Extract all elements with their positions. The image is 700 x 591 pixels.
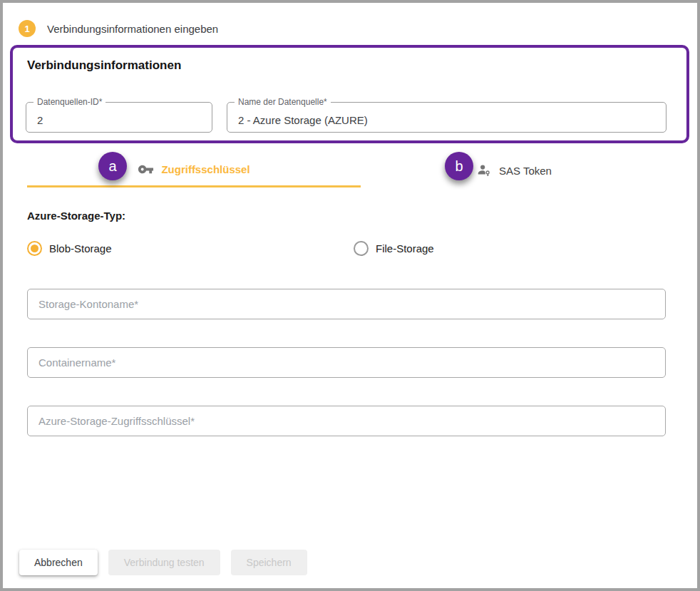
datasource-id-field: Datenquellen-ID* <box>26 102 212 133</box>
save-button[interactable]: Speichern <box>231 550 307 575</box>
radio-file-storage[interactable]: File-Storage <box>354 241 434 256</box>
datasource-name-label: Name der Datenquelle* <box>235 97 331 108</box>
connection-info-box: Verbindungsinformationen Datenquellen-ID… <box>10 45 689 143</box>
radio-file-storage-control[interactable] <box>354 241 369 256</box>
annotation-b-badge: b <box>445 152 473 180</box>
access-key-input[interactable] <box>27 406 666 436</box>
tab-sas-token-label: SAS Token <box>499 165 552 177</box>
step-indicator: 1 Verbindungsinformationen eingeben <box>19 20 218 37</box>
key-icon <box>138 161 154 178</box>
radio-selected-dot <box>31 245 38 252</box>
datasource-name-field: Name der Datenquelle* <box>227 102 666 133</box>
datasource-id-label: Datenquellen-ID* <box>34 97 105 108</box>
tab-zugriffsschluessel-label: Zugriffsschlüssel <box>161 163 249 175</box>
connection-info-title: Verbindungsinformationen <box>27 58 181 73</box>
storage-account-input[interactable] <box>27 289 666 319</box>
radio-blob-storage-control[interactable] <box>27 241 42 256</box>
person-key-icon <box>476 163 492 178</box>
dialog-frame: 1 Verbindungsinformationen eingeben Verb… <box>0 0 700 591</box>
test-connection-button[interactable]: Verbindung testen <box>108 550 220 575</box>
annotation-a-badge: a <box>98 152 127 180</box>
radio-file-storage-label: File-Storage <box>376 242 434 255</box>
tab-zugriffsschluessel[interactable]: Zugriffsschlüssel <box>27 153 361 187</box>
radio-blob-storage-label: Blob-Storage <box>49 242 112 255</box>
radio-blob-storage[interactable]: Blob-Storage <box>27 241 112 256</box>
step-label: Verbindungsinformationen eingeben <box>47 23 218 35</box>
step-number-badge: 1 <box>19 20 36 37</box>
container-name-input[interactable] <box>27 347 666 378</box>
action-button-row: Abbrechen Verbindung testen Speichern <box>19 550 307 575</box>
storage-type-label: Azure-Storage-Typ: <box>27 210 125 222</box>
tab-sas-token[interactable]: SAS Token <box>361 153 667 187</box>
cancel-button[interactable]: Abbrechen <box>19 550 98 575</box>
